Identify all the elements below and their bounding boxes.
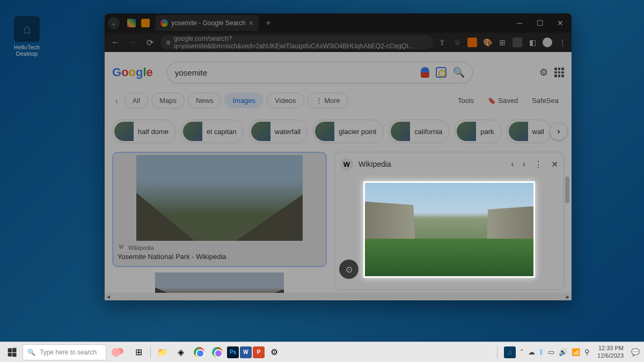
chrome-canary-icon[interactable] [209, 344, 226, 360]
onedrive-icon[interactable]: ☁ [528, 348, 535, 356]
chip-california[interactable]: california [389, 120, 449, 143]
taskbar-clock[interactable]: 12:33 PM 12/6/2023 [594, 345, 627, 359]
back-button[interactable]: ← [109, 36, 122, 49]
chips-scroll-right[interactable]: › [550, 123, 567, 140]
battery-icon[interactable]: ▭ [548, 348, 554, 356]
panel-scrollbar[interactable] [565, 176, 569, 203]
forward-button[interactable]: → [126, 36, 139, 49]
hellotech-tray-icon[interactable]: ⌂ [504, 346, 516, 358]
tray-expand-icon[interactable]: ˄ [520, 348, 524, 356]
url-text: google.com/search?q=yosemite&tbm=isch&ve… [174, 35, 428, 49]
search-filters: ‹ All Maps News Images Videos ⋮ More Too… [105, 90, 572, 114]
new-tab-button[interactable]: + [262, 17, 275, 29]
preview-next-icon[interactable]: › [523, 159, 525, 169]
word-icon[interactable]: W [240, 346, 252, 358]
voice-search-icon[interactable] [421, 67, 429, 78]
site-info-icon[interactable]: ⊕ [166, 39, 171, 46]
search-input[interactable] [175, 68, 415, 77]
reload-button[interactable]: ⟳ [143, 36, 156, 49]
start-button[interactable] [2, 344, 21, 360]
taskbar-separator [150, 346, 151, 358]
maximize-button[interactable]: ☐ [532, 15, 548, 31]
tab-images[interactable]: Images [224, 93, 264, 108]
tab-all[interactable]: All [125, 93, 148, 108]
extensions-icon[interactable]: ⊞ [497, 38, 507, 47]
task-view-icon[interactable]: ⊞ [130, 344, 147, 360]
separator [513, 38, 522, 47]
extension-icon-1[interactable] [467, 38, 477, 47]
hellotech-icon: ⌂ [14, 16, 40, 42]
browser-tab-active[interactable]: yosemite - Google Search × [155, 15, 259, 31]
share-icon[interactable]: ⇪ [437, 38, 447, 47]
cortana-icon[interactable] [107, 346, 129, 359]
app-icon-1[interactable]: ◈ [172, 344, 189, 360]
image-result-selected[interactable]: WWikipedia Yosemite National Park - Wiki… [112, 152, 327, 267]
chrome-taskbar-icon[interactable] [191, 344, 208, 360]
wikipedia-favicon: W [118, 244, 125, 252]
chip-wall[interactable]: wall [507, 120, 551, 143]
preview-close-icon[interactable]: ✕ [551, 159, 558, 169]
scroll-right-icon[interactable]: ► [564, 294, 572, 300]
file-explorer-icon[interactable]: 📁 [154, 344, 171, 360]
chip-half-dome[interactable]: half dome [112, 120, 175, 143]
powerpoint-icon[interactable]: P [253, 346, 265, 358]
result-source: Wikipedia [128, 245, 154, 251]
google-logo[interactable]: Google [112, 64, 156, 80]
search-icon: 🔍 [27, 349, 35, 356]
minimize-button[interactable]: ─ [511, 15, 528, 31]
settings-taskbar-icon[interactable]: ⚙ [266, 344, 283, 360]
image-preview-panel: W Wikipedia ‹ › ⋮ ✕ ⊙ [334, 152, 564, 290]
chrome-window: ⌄ yosemite - Google Search × + ─ ☐ ✕ ← →… [105, 13, 572, 300]
chip-el-capitan[interactable]: el capitan [181, 120, 244, 143]
safesearch-link[interactable]: SafeSea [526, 97, 564, 105]
page-content: Google 🔍 ⚙ ‹ All Maps News Images Videos [105, 52, 572, 300]
search-button-icon[interactable]: 🔍 [453, 67, 465, 78]
preview-image[interactable] [363, 181, 535, 278]
tab-news[interactable]: News [188, 93, 222, 108]
chip-waterfall[interactable]: waterfall [249, 120, 308, 143]
network-icon[interactable]: ⚲ [584, 348, 590, 356]
tools-link[interactable]: Tools [452, 97, 479, 105]
bluetooth-icon[interactable]: ᛒ [539, 348, 544, 356]
search-box[interactable]: 🔍 [167, 62, 473, 83]
sidepanel-icon[interactable]: ◧ [528, 38, 537, 47]
preview-prev-icon[interactable]: ‹ [511, 159, 514, 169]
url-field[interactable]: ⊕ google.com/search?q=yosemite&tbm=isch&… [160, 35, 433, 49]
clock-date: 12/6/2023 [597, 352, 624, 359]
notifications-icon[interactable]: 💬 [631, 348, 640, 356]
profile-avatar[interactable] [543, 38, 552, 47]
tab-videos[interactable]: Videos [267, 93, 304, 108]
saved-link[interactable]: Saved [482, 97, 523, 105]
chrome-menu-icon[interactable]: ⋮ [558, 38, 567, 47]
volume-icon[interactable]: 🔊 [559, 348, 567, 356]
wifi-icon[interactable]: 📶 [572, 348, 580, 356]
chevron-left-icon[interactable]: ‹ [112, 97, 121, 105]
desktop-shortcut-label: HelloTech Desktop [5, 44, 48, 57]
tab-maps[interactable]: Maps [151, 93, 185, 108]
result-title: Yosemite National Park - Wikipedia [118, 253, 321, 261]
horizontal-scrollbar[interactable]: ◄ ► [105, 293, 572, 300]
search-placeholder: Type here to search [40, 349, 97, 356]
google-lens-button[interactable]: ⊙ [339, 260, 358, 279]
photoshop-icon[interactable]: Ps [227, 346, 239, 358]
taskbar-search[interactable]: 🔍 Type here to search [23, 344, 106, 360]
chip-park[interactable]: park [455, 120, 501, 143]
pinned-tab-2[interactable] [141, 19, 150, 27]
google-apps-icon[interactable] [554, 68, 564, 77]
image-search-icon[interactable] [436, 67, 447, 78]
settings-icon[interactable]: ⚙ [539, 67, 548, 78]
clock-time: 12:33 PM [597, 345, 624, 352]
address-bar: ← → ⟳ ⊕ google.com/search?q=yosemite&tbm… [105, 33, 572, 52]
desktop-shortcut[interactable]: ⌂ HelloTech Desktop [5, 16, 48, 57]
tab-more[interactable]: ⋮ More [308, 93, 348, 108]
close-window-button[interactable]: ✕ [552, 15, 568, 31]
preview-source-name[interactable]: Wikipedia [358, 160, 391, 168]
bookmark-icon[interactable]: ☆ [452, 38, 462, 47]
tab-search-button[interactable]: ⌄ [108, 17, 120, 29]
chip-glacier-point[interactable]: glacier point [313, 120, 383, 143]
scroll-left-icon[interactable]: ◄ [105, 294, 112, 300]
tab-close-icon[interactable]: × [249, 19, 253, 27]
preview-more-icon[interactable]: ⋮ [534, 159, 543, 169]
extension-icon-2[interactable]: 🎨 [482, 38, 492, 47]
pinned-tab-gmail[interactable] [127, 19, 136, 27]
